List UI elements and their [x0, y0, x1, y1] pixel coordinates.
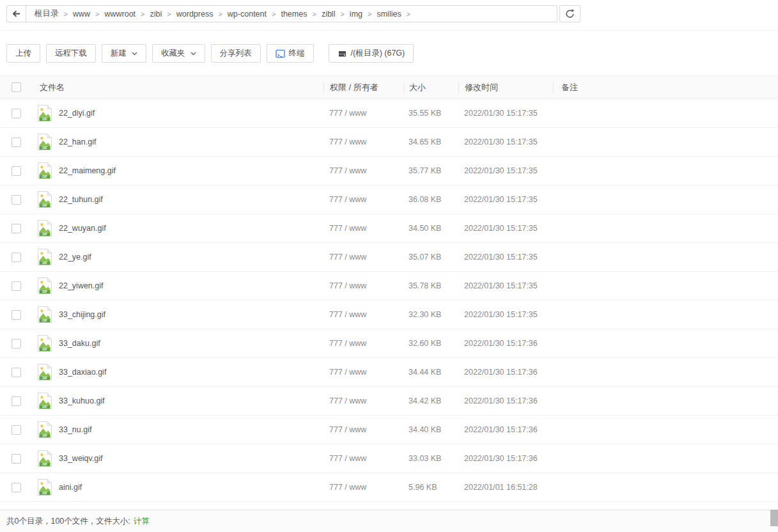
row-checkbox[interactable] [12, 253, 21, 262]
back-button[interactable] [7, 6, 26, 22]
table-row[interactable]: GIF 22_maimeng.gif 777 / www 35.77 KB 20… [0, 157, 778, 185]
scrollbar-thumb[interactable] [770, 510, 778, 526]
file-permissions: 777 / www [329, 310, 366, 319]
file-name-link[interactable]: 33_nu.gif [59, 425, 91, 434]
status-bar: 共0个目录，100个文件，文件大小: 计算 [0, 510, 778, 532]
row-checkbox[interactable] [12, 483, 21, 492]
row-checkbox[interactable] [12, 310, 21, 320]
new-button[interactable]: 新建 [102, 44, 146, 63]
row-checkbox[interactable] [12, 166, 21, 176]
row-checkbox-cell [0, 195, 31, 205]
file-size: 34.65 KB [408, 137, 441, 146]
file-name-link[interactable]: 22_tuhun.gif [59, 195, 103, 204]
table-row[interactable]: GIF 33_daku.gif 777 / www 32.60 KB 2022/… [0, 329, 778, 358]
table-row[interactable]: GIF 22_han.gif 777 / www 34.65 KB 2022/0… [0, 128, 778, 157]
table-row[interactable]: GIF 33_daxiao.gif 777 / www 34.44 KB 202… [0, 358, 778, 387]
terminal-button[interactable]: 终端 [267, 44, 314, 63]
file-name-link[interactable]: 33_weiqv.gif [59, 454, 103, 463]
row-checkbox-cell [0, 109, 31, 118]
share-list-button[interactable]: 分享列表 [211, 44, 261, 63]
file-size-cell: 34.40 KB [403, 425, 458, 434]
file-size: 5.96 KB [408, 483, 437, 492]
breadcrumb-item[interactable]: wp-content [228, 10, 267, 19]
row-checkbox-cell [0, 425, 31, 435]
table-row[interactable]: GIF 22_tuhun.gif 777 / www 36.08 KB 2022… [0, 185, 778, 214]
file-name-cell: GIF 33_daxiao.gif [31, 363, 323, 381]
file-size: 33.03 KB [408, 454, 441, 463]
svg-text:GIF: GIF [42, 204, 47, 207]
file-name-link[interactable]: aini.gif [59, 483, 82, 492]
breadcrumb-item[interactable]: www [73, 10, 90, 19]
file-permissions: 777 / www [329, 368, 366, 377]
file-name-link[interactable]: 22_diyi.gif [59, 109, 95, 118]
svg-text:GIF: GIF [42, 463, 47, 466]
svg-text:GIF: GIF [42, 175, 47, 178]
file-name-link[interactable]: 22_yiwen.gif [59, 281, 104, 290]
row-checkbox-cell [0, 166, 31, 176]
file-size: 34.44 KB [408, 368, 441, 377]
row-checkbox[interactable] [12, 195, 21, 205]
table-row[interactable]: GIF 33_nu.gif 777 / www 34.40 KB 2022/01… [0, 416, 778, 444]
breadcrumb-item[interactable]: smilies [377, 10, 401, 19]
footer-summary: 共0个目录，100个文件，文件大小: [6, 516, 130, 527]
svg-text:GIF: GIF [42, 146, 47, 150]
breadcrumb-item[interactable]: wwwroot [104, 10, 136, 19]
file-permissions-cell: 777 / www [323, 253, 403, 262]
file-manager-page: 根目录 > www > wwwroot > zibi > wordpress >… [0, 0, 778, 532]
row-checkbox[interactable] [12, 281, 21, 291]
file-permissions-cell: 777 / www [323, 339, 403, 348]
row-checkbox[interactable] [12, 137, 21, 147]
row-checkbox[interactable] [12, 368, 21, 377]
breadcrumb-item[interactable]: zibi [150, 10, 162, 19]
table-row[interactable]: GIF 33_weiqv.gif 777 / www 33.03 KB 2022… [0, 444, 778, 473]
breadcrumb-item[interactable]: 根目录 [35, 8, 59, 19]
calculate-link[interactable]: 计算 [134, 516, 150, 527]
file-permissions: 777 / www [329, 339, 366, 348]
file-permissions: 777 / www [329, 396, 366, 405]
favorites-button[interactable]: 收藏夹 [152, 44, 205, 63]
file-permissions-cell: 777 / www [323, 396, 403, 405]
remote-download-button[interactable]: 远程下载 [46, 44, 96, 63]
table-row[interactable]: GIF 33_chijing.gif 777 / www 32.30 KB 20… [0, 301, 778, 329]
row-checkbox[interactable] [12, 224, 21, 233]
file-name-link[interactable]: 33_kuhuo.gif [59, 396, 105, 405]
breadcrumb-item[interactable]: wordpress [176, 10, 214, 19]
table-row[interactable]: GIF 33_kuhuo.gif 777 / www 34.42 KB 2022… [0, 387, 778, 416]
breadcrumb-item[interactable]: zibll [322, 10, 336, 19]
row-checkbox-cell [0, 396, 31, 406]
breadcrumb-separator-icon: > [64, 10, 68, 18]
file-mtime-cell: 2022/01/30 15:17:36 [458, 368, 553, 377]
table-row[interactable]: GIF aini.gif 777 / www 5.96 KB 2022/01/0… [0, 473, 778, 502]
file-name-link[interactable]: 33_daku.gif [59, 339, 100, 348]
file-name-cell: GIF 22_diyi.gif [31, 104, 323, 122]
file-name-link[interactable]: 22_han.gif [59, 137, 96, 146]
file-name-link[interactable]: 33_chijing.gif [59, 310, 105, 319]
table-row[interactable]: GIF 22_wuyan.gif 777 / www 34.50 KB 2022… [0, 214, 778, 243]
row-checkbox[interactable] [12, 425, 21, 435]
breadcrumb-item[interactable]: themes [281, 10, 307, 19]
row-checkbox[interactable] [12, 339, 21, 348]
breadcrumb-separator-icon: > [95, 10, 99, 18]
row-checkbox[interactable] [12, 454, 21, 464]
refresh-button[interactable] [559, 5, 580, 22]
breadcrumb-separator-icon: > [340, 10, 344, 18]
upload-button[interactable]: 上传 [6, 44, 40, 63]
file-size-cell: 34.42 KB [403, 396, 458, 405]
file-name-link[interactable]: 22_maimeng.gif [59, 166, 116, 175]
file-permissions: 777 / www [329, 109, 366, 118]
table-row[interactable]: GIF 22_yiwen.gif 777 / www 35.78 KB 2022… [0, 272, 778, 301]
select-all-checkbox[interactable] [12, 82, 21, 92]
row-checkbox[interactable] [12, 109, 21, 118]
breadcrumb-item[interactable]: img [350, 10, 362, 19]
table-row[interactable]: GIF 22_ye.gif 777 / www 35.07 KB 2022/01… [0, 243, 778, 272]
upload-label: 上传 [15, 48, 31, 59]
file-name-link[interactable]: 33_daxiao.gif [59, 368, 106, 377]
gif-file-icon: GIF [37, 363, 52, 381]
row-checkbox[interactable] [12, 396, 21, 406]
disk-button[interactable]: /(根目录) (67G) [329, 44, 414, 63]
file-name-link[interactable]: 22_ye.gif [59, 253, 91, 262]
gif-file-icon: GIF [37, 191, 52, 208]
file-name-link[interactable]: 22_wuyan.gif [59, 224, 106, 233]
table-row[interactable]: GIF 22_diyi.gif 777 / www 35.55 KB 2022/… [0, 99, 778, 128]
file-mtime: 2022/01/30 15:17:35 [464, 281, 538, 290]
